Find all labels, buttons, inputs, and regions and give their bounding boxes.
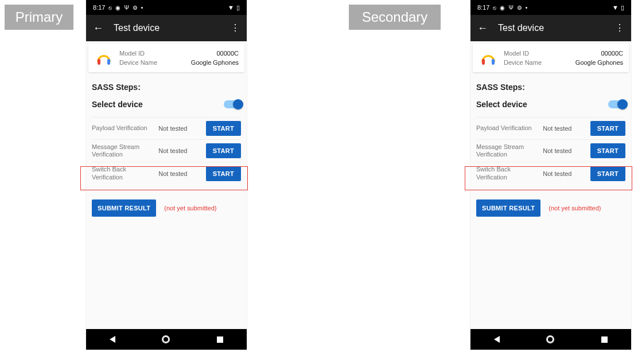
test-status: Not tested [158,147,202,154]
select-device-toggle[interactable] [608,100,625,108]
svg-rect-0 [98,59,100,65]
primary-phone: 8:17 ⎋ ◉ Ψ ⚙ • ▼ ▯ ← Test device ⋮ Model… [86,0,247,350]
test-name: Switch Back Verification [476,166,539,181]
status-icon: ⚙ [133,5,138,11]
start-button[interactable]: START [590,166,625,181]
test-name: Switch Back Verification [92,166,155,181]
status-bar: 8:17 ⎋ ◉ Ψ ⚙ • ▼ ▯ [470,0,631,15]
status-icon: Ψ [124,5,129,11]
start-button[interactable]: START [206,166,241,181]
test-status: Not tested [543,125,586,132]
status-icon: ⚙ [517,5,522,11]
start-button[interactable]: START [206,121,241,136]
test-status: Not tested [543,170,586,177]
submit-result-button[interactable]: SUBMIT RESULT [476,199,540,217]
start-button[interactable]: START [590,143,625,158]
test-row-payload: Payload Verification Not tested START [92,117,241,139]
appbar-title: Test device [498,23,605,33]
status-icon: ◉ [115,5,120,11]
model-id-label: Model ID [119,50,145,57]
test-status: Not tested [158,170,202,177]
status-icon: ⎋ [493,5,496,11]
nav-recent-icon[interactable] [217,336,223,343]
wifi-icon: ▼ [612,4,619,11]
test-status: Not tested [158,125,202,132]
svg-rect-2 [482,59,485,65]
device-name-label: Device Name [504,59,542,66]
model-id-label: Model ID [504,50,529,57]
battery-icon: ▯ [621,4,624,11]
sass-steps-title: SASS Steps: [92,83,241,92]
test-name: Payload Verification [92,124,155,132]
submit-note: (not yet submitted) [549,205,601,212]
svg-rect-1 [107,59,110,65]
test-name: Message Stream Verification [92,143,155,158]
test-row-switch-back: Switch Back Verification Not tested STAR… [92,162,241,184]
submit-result-button[interactable]: SUBMIT RESULT [92,199,156,217]
device-name-value: Google Gphones [191,59,239,66]
nav-recent-icon[interactable] [601,336,608,343]
battery-icon: ▯ [236,4,240,11]
device-info-card: Model ID 00000C Device Name Google Gphon… [88,44,244,72]
test-row-message-stream: Message Stream Verification Not tested S… [92,139,241,162]
test-status: Not tested [543,147,586,154]
primary-label: Primary [5,5,73,30]
sass-section: SASS Steps: Select device Payload Verifi… [470,75,631,187]
headphones-icon [94,48,114,68]
status-bar: 8:17 ⎋ ◉ Ψ ⚙ • ▼ ▯ [86,0,247,15]
app-bar: ← Test device ⋮ [86,15,247,41]
model-id-value: 00000C [216,50,239,57]
model-id-value: 00000C [601,50,623,57]
device-name-value: Google Gphones [575,59,623,66]
sass-steps-title: SASS Steps: [476,83,625,92]
status-icon: • [526,5,528,11]
submit-row: SUBMIT RESULT (not yet submitted) [86,187,247,229]
status-time: 8:17 [477,4,489,11]
select-device-label: Select device [476,100,527,109]
status-icon: • [141,5,143,11]
back-icon[interactable]: ← [477,22,488,34]
headphones-icon [479,48,498,68]
nav-home-icon[interactable] [547,336,554,343]
svg-rect-3 [492,59,495,65]
test-row-message-stream: Message Stream Verification Not tested S… [476,139,625,162]
status-icon: ⎋ [108,5,112,11]
android-nav-bar [86,329,247,350]
select-device-label: Select device [92,100,143,109]
appbar-title: Test device [114,23,220,33]
back-icon[interactable]: ← [93,22,103,34]
app-bar: ← Test device ⋮ [470,15,631,41]
nav-back-icon[interactable] [494,336,500,343]
test-row-switch-back: Switch Back Verification Not tested STAR… [476,162,625,184]
submit-row: SUBMIT RESULT (not yet submitted) [470,187,631,229]
android-nav-bar [470,329,631,350]
status-icon: Ψ [508,5,513,11]
start-button[interactable]: START [590,121,625,136]
secondary-phone: 8:17 ⎋ ◉ Ψ ⚙ • ▼ ▯ ← Test device ⋮ Model… [470,0,631,350]
wifi-icon: ▼ [228,4,234,11]
status-icon: ◉ [500,5,505,11]
test-name: Message Stream Verification [476,143,539,158]
nav-back-icon[interactable] [110,336,115,343]
test-name: Payload Verification [476,124,539,132]
status-time: 8:17 [93,4,105,11]
device-name-label: Device Name [119,59,157,66]
select-device-toggle[interactable] [224,100,241,108]
device-info-card: Model ID 00000C Device Name Google Gphon… [473,44,629,72]
submit-note: (not yet submitted) [164,205,216,212]
nav-home-icon[interactable] [162,336,169,343]
test-row-payload: Payload Verification Not tested START [476,117,625,139]
sass-section: SASS Steps: Select device Payload Verifi… [86,75,247,187]
secondary-label: Secondary [349,5,441,30]
start-button[interactable]: START [206,143,241,158]
